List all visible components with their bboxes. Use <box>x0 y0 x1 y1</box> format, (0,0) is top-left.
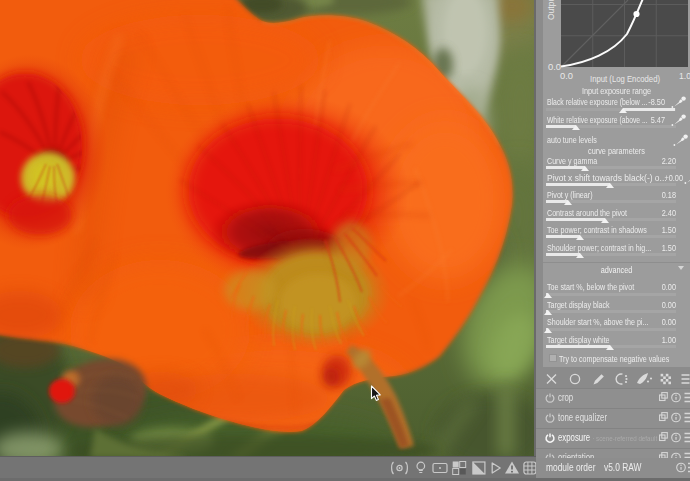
svg-text:Input (Log Encoded): Input (Log Encoded) <box>590 74 660 84</box>
svg-text:Output (Linear): Output (Linear) <box>546 0 556 20</box>
svg-text:1.0: 1.0 <box>679 71 690 81</box>
svg-text:0.0: 0.0 <box>560 71 573 81</box>
